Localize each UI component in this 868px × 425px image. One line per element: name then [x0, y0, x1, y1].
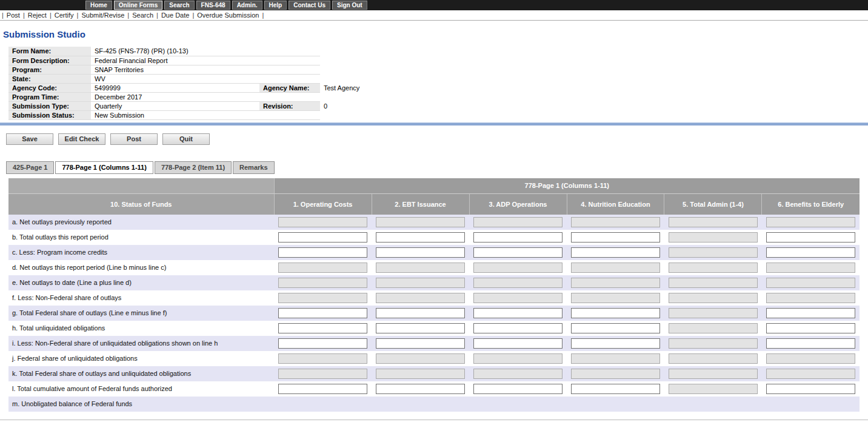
grid-input-d-col3	[473, 263, 563, 273]
grid-input-l-col1[interactable]	[278, 384, 367, 394]
grid-input-f-col5	[669, 293, 758, 303]
grid-input-i-col2[interactable]	[376, 338, 465, 349]
grid-input-f-col2	[376, 293, 465, 303]
grid-input-i-col6[interactable]	[766, 338, 855, 349]
grid-input-k-col5	[669, 369, 758, 379]
grid-cell-f-col4	[567, 290, 664, 306]
grid-cell-l-col5	[664, 381, 762, 397]
post-button[interactable]: Post	[110, 133, 158, 145]
grid-input-d-col6	[766, 263, 855, 273]
nav-button-fns-648[interactable]: FNS-648	[196, 1, 230, 10]
form-details-table: Form Name:SF-425 (FNS-778) (PR) (10-13)F…	[8, 47, 514, 120]
grid-input-h-col2[interactable]	[376, 323, 465, 333]
nav-button-admin[interactable]: Admin.	[232, 1, 262, 10]
grid-input-i-col1[interactable]	[278, 338, 367, 349]
grid-row-j: j. Federal share of unliquidated obligat…	[8, 351, 860, 366]
nav-button-home[interactable]: Home	[85, 1, 112, 10]
tab-remarks[interactable]: Remarks	[233, 161, 274, 174]
detail-value: Quarterly	[91, 101, 259, 110]
menu-item-submit-revise[interactable]: Submit/Revise	[81, 12, 124, 19]
grid-input-d-col2	[376, 263, 465, 273]
grid-cell-j-col1	[274, 351, 372, 366]
grid-input-l-col4[interactable]	[571, 384, 660, 394]
grid-cell-c-col4	[567, 245, 664, 260]
grid-input-h-col3[interactable]	[473, 323, 563, 333]
grid-input-a-col4	[571, 217, 660, 227]
grid-input-b-col2[interactable]	[376, 232, 465, 243]
column-header-6-benefits-to-elderly: 6. Benefits to Elderly	[762, 194, 860, 215]
detail-label: Form Description:	[8, 56, 91, 65]
menu-item-post[interactable]: Post	[7, 12, 20, 19]
detail-label: Form Name:	[8, 47, 91, 56]
grid-cell-b-col5	[664, 230, 762, 245]
grid-input-i-col4[interactable]	[571, 338, 660, 349]
grid-input-h-col6[interactable]	[766, 323, 855, 333]
grid-input-h-col4[interactable]	[571, 323, 660, 333]
grid-input-l-col6[interactable]	[766, 384, 855, 394]
grid-input-i-col3[interactable]	[473, 338, 563, 349]
nav-button-sign-out[interactable]: Sign Out	[332, 1, 367, 10]
detail-value: New Submission	[91, 110, 259, 119]
grid-input-l-col3[interactable]	[473, 384, 563, 394]
detail-value: SF-425 (FNS-778) (PR) (10-13)	[91, 47, 259, 56]
menu-item-certify[interactable]: Certify	[55, 12, 74, 19]
detail-label: Program:	[8, 65, 91, 74]
grid-input-k-col6	[766, 369, 855, 379]
grid-input-g-col2[interactable]	[376, 308, 465, 318]
grid-input-g-col3[interactable]	[473, 308, 563, 318]
grid-cell-c-col3	[469, 245, 567, 260]
grid-input-g-col4[interactable]	[571, 308, 660, 318]
grid-input-b-col4[interactable]	[571, 232, 660, 243]
detail-value: 5499999	[91, 83, 259, 92]
nav-button-online-forms[interactable]: Online Forms	[114, 1, 162, 10]
grid-wrapper: 778-Page 1 (Columns 1-11)10. Status of F…	[8, 178, 860, 412]
grid-input-c-col1[interactable]	[278, 247, 367, 258]
grid-input-g-col1[interactable]	[278, 308, 367, 318]
grid-input-b-col6[interactable]	[766, 232, 855, 243]
grid-input-b-col3[interactable]	[473, 232, 563, 243]
column-header-1-operating-costs: 1. Operating Costs	[274, 194, 372, 215]
grid-input-g-col6[interactable]	[766, 308, 855, 318]
detail-value-2	[320, 56, 514, 65]
tab-778-page-2-item-11[interactable]: 778-Page 2 (Item 11)	[155, 161, 232, 174]
nav-button-search[interactable]: Search	[164, 1, 194, 10]
row-label-c: c. Less: Program income credits	[8, 245, 274, 260]
grid-cell-b-col1	[274, 230, 372, 245]
grid-cell-j-col4	[567, 351, 664, 366]
menu-separator: |	[262, 12, 264, 19]
grid-input-b-col1[interactable]	[278, 232, 367, 243]
grid-cell-c-col2	[372, 245, 469, 260]
menu-separator: |	[2, 12, 4, 19]
quit-button[interactable]: Quit	[162, 133, 210, 145]
menu-item-due-date[interactable]: Due Date	[161, 12, 189, 19]
menu-item-overdue-submission[interactable]: Overdue Submission	[197, 12, 259, 19]
detail-label: Agency Code:	[8, 83, 91, 92]
edit-check-button[interactable]: Edit Check	[58, 133, 105, 145]
grid-input-f-col6	[766, 293, 855, 303]
tab-778-page-1-columns-1-11[interactable]: 778-Page 1 (Columns 1-11)	[55, 161, 153, 174]
grid-cell-k-col5	[664, 366, 762, 381]
grid-input-c-col2[interactable]	[376, 247, 465, 258]
grid-input-c-col6[interactable]	[766, 247, 855, 258]
grid-row-m: m. Unobligated balance of Federal funds	[8, 397, 860, 412]
grid-input-l-col2[interactable]	[376, 384, 465, 394]
grid-cell-h-col5	[664, 321, 762, 336]
menu-item-reject[interactable]: Reject	[28, 12, 47, 19]
grid-input-j-col1	[278, 353, 367, 364]
grid-cell-h-col2	[372, 321, 469, 336]
tab-425-page-1[interactable]: 425-Page 1	[6, 161, 54, 174]
grid-input-e-col3	[473, 278, 563, 288]
grid-input-h-col1[interactable]	[278, 323, 367, 333]
nav-button-contact-us[interactable]: Contact Us	[289, 1, 330, 10]
grid-cell-b-col6	[762, 230, 860, 245]
nav-button-help[interactable]: Help	[264, 1, 287, 10]
menu-separator: |	[50, 12, 52, 19]
detail-row-form-description: Form Description:Federal Financial Repor…	[8, 56, 514, 65]
row-label-h: h. Total unliquidated obligations	[8, 321, 274, 336]
menu-item-search[interactable]: Search	[132, 12, 153, 19]
grid-input-c-col4[interactable]	[571, 247, 660, 258]
grid-cell-j-col6	[762, 351, 860, 366]
save-button[interactable]: Save	[6, 133, 53, 145]
grid-input-i-col5	[669, 338, 758, 349]
grid-input-c-col3[interactable]	[473, 247, 563, 258]
